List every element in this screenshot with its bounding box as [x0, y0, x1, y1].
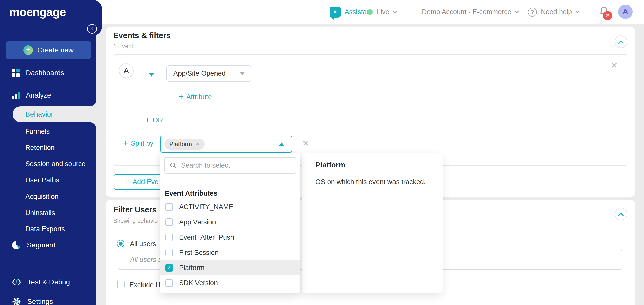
attribute-option-label: SDK Version [179, 279, 218, 287]
sidebar-item-retention[interactable]: Retention [25, 143, 55, 152]
sidebar: moengage + Create new Dashboards Analyze… [0, 0, 96, 305]
sidebar-item-uninstalls[interactable]: Uninstalls [25, 208, 55, 217]
sidebar-item-settings[interactable]: Settings [12, 297, 53, 305]
collapse-events-button[interactable] [615, 35, 627, 48]
add-or-label: OR [153, 116, 163, 124]
all-users-radio[interactable] [117, 240, 124, 247]
app-root: ✦ Assistant Live Demo Account - E-commer… [0, 0, 644, 305]
question-icon: ? [528, 8, 537, 17]
sidebar-item-test-debug[interactable]: Test & Debug [12, 278, 70, 286]
sidebar-item-segment[interactable]: Segment [12, 241, 55, 250]
attribute-option-event-after-push[interactable]: Event_After_Push [160, 230, 300, 245]
sidebar-item-session-and-source[interactable]: Session and source [25, 160, 85, 168]
attribute-option-label: First Session [179, 249, 219, 257]
chevron-up-icon [618, 213, 624, 218]
collapse-filter-button[interactable] [615, 208, 627, 220]
exclude-users-checkbox[interactable] [117, 281, 125, 288]
account-label: Demo Account - E-commerce [422, 8, 511, 16]
filter-users-subtitle: Showing behavio [113, 218, 158, 224]
checkbox-unchecked-icon[interactable] [165, 218, 173, 226]
checkbox-unchecked-icon[interactable] [165, 203, 173, 211]
attribute-search[interactable] [164, 157, 296, 174]
attribute-option-label: Platform [179, 264, 205, 272]
assistant-sparkle-icon: ✦ [330, 7, 341, 18]
sidebar-item-label: Segment [27, 241, 55, 249]
events-panel-title: Events & filters [113, 31, 171, 40]
attribute-option-label: App Version [179, 218, 216, 226]
split-by-select[interactable]: Platform ✕ [160, 136, 292, 152]
assistant-button[interactable]: ✦ Assistant [330, 0, 372, 24]
plus-icon: + [145, 116, 150, 125]
create-new-label: Create new [37, 46, 74, 54]
bar-chart-icon [12, 91, 20, 99]
split-by-label: Split by [131, 140, 153, 147]
chevron-left-icon: ‹ [91, 25, 93, 32]
notifications-button[interactable]: 2 [598, 6, 619, 21]
attribute-search-input[interactable] [181, 162, 288, 169]
chevron-up-icon [279, 142, 284, 146]
add-event-label: Add Eve [133, 178, 158, 186]
code-icon [12, 278, 21, 286]
dashboards-grid-icon [12, 69, 20, 77]
sidebar-item-funnels[interactable]: Funnels [25, 127, 50, 136]
sidebar-item-data-exports[interactable]: Data Exports [25, 225, 65, 233]
tooltip-description: OS on which this event was tracked. [315, 178, 426, 186]
attribute-option-sdk-version[interactable]: SDK Version [160, 275, 300, 291]
event-block: ✕ A App/Site Opened + Attribute + OR + S… [114, 54, 627, 166]
create-new-button[interactable]: + Create new [6, 41, 91, 59]
sidebar-item-dashboards[interactable]: Dashboards [12, 69, 64, 77]
checkbox-checked-icon[interactable]: ✓ [165, 264, 173, 272]
event-count: 1 Event [113, 43, 133, 50]
filter-users-title: Filter Users [113, 205, 157, 214]
sidebar-item-acquisition[interactable]: Acquisition [25, 192, 59, 201]
attribute-group-label: Event Attributes [165, 189, 218, 197]
checkbox-unchecked-icon[interactable] [165, 279, 173, 287]
remove-split-by-icon[interactable]: ✕ [302, 139, 309, 147]
plus-icon: + [23, 45, 33, 55]
checkbox-unchecked-icon[interactable] [165, 249, 173, 256]
pie-chart-icon [12, 241, 21, 250]
remove-event-icon[interactable]: ✕ [611, 61, 618, 69]
checkbox-unchecked-icon[interactable] [165, 234, 173, 241]
need-help-dropdown[interactable]: ? Need help [528, 0, 579, 24]
exclude-users-label: Exclude U [129, 281, 160, 289]
chevron-down-icon [240, 72, 245, 75]
chip-remove-icon[interactable]: ✕ [195, 141, 200, 147]
plus-icon: + [179, 92, 183, 101]
search-icon [169, 162, 177, 169]
sidebar-item-behavior-active[interactable]: Behavior [13, 106, 96, 122]
attribute-option-app-version[interactable]: App Version [160, 215, 300, 230]
plus-icon: + [123, 139, 128, 148]
environment-dropdown[interactable]: Live [367, 0, 397, 24]
attribute-info-tooltip: Platform OS on which this event was trac… [302, 153, 443, 293]
add-attribute-label: Attribute [186, 93, 212, 101]
chevron-down-icon [514, 9, 519, 13]
chevron-down-icon [392, 9, 397, 13]
split-by-attribute-dropdown: Event Attributes ACTIVITY_NAME App Versi… [160, 152, 300, 293]
sidebar-item-analyze[interactable]: Analyze [12, 91, 51, 99]
sidebar-collapse-button[interactable]: ‹ [87, 24, 97, 34]
attribute-option-label: Event_After_Push [179, 234, 234, 241]
event-options-caret-icon[interactable] [149, 73, 154, 77]
event-name-value: App/Site Opened [173, 70, 226, 78]
event-name-select[interactable]: App/Site Opened [166, 65, 251, 82]
pill-corner-top [89, 99, 96, 106]
add-or-button[interactable]: + OR [145, 116, 163, 125]
sidebar-item-label: Settings [27, 298, 53, 305]
avatar[interactable]: A [618, 5, 633, 19]
sidebar-item-user-paths[interactable]: User Paths [25, 176, 59, 184]
live-status-icon [367, 9, 373, 15]
attribute-option-platform[interactable]: ✓ Platform [160, 260, 300, 275]
chevron-up-icon [618, 40, 624, 46]
live-label: Live [377, 8, 389, 16]
account-dropdown[interactable]: Demo Account - E-commerce [422, 0, 518, 24]
attribute-option-activity-name[interactable]: ACTIVITY_NAME [160, 199, 300, 215]
add-attribute-button[interactable]: + Attribute [179, 92, 212, 101]
sidebar-item-label: Behavior [25, 110, 53, 118]
event-letter-badge: A [119, 63, 134, 78]
sidebar-item-label: Dashboards [26, 69, 64, 77]
attribute-option-first-session[interactable]: First Session [160, 245, 300, 260]
tooltip-title: Platform [315, 161, 345, 169]
split-by-button[interactable]: + Split by [123, 139, 153, 148]
attribute-option-label: ACTIVITY_NAME [179, 203, 234, 211]
